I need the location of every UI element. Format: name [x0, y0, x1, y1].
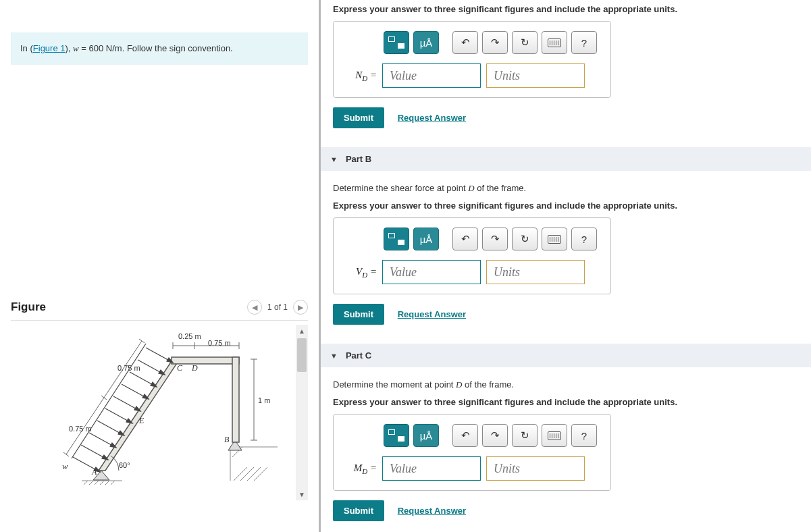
- units-input[interactable]: [486, 260, 585, 284]
- units-input[interactable]: [486, 456, 585, 481]
- units-input[interactable]: [486, 63, 585, 88]
- figure-title: Figure: [11, 300, 46, 314]
- keyboard-icon: [548, 38, 561, 47]
- submit-button[interactable]: Submit: [333, 304, 384, 325]
- part-c-desc: Determine the moment at point D of the f…: [333, 379, 799, 390]
- text: . Follow the sign convention.: [122, 43, 233, 53]
- instructions: Express your answer to three significant…: [333, 397, 799, 407]
- input-row: VD =: [347, 260, 597, 284]
- text: = 600 N/m: [79, 43, 122, 53]
- reset-button[interactable]: ↻: [512, 31, 538, 54]
- answer-box-a: µÅ ↶ ↷ ↻ ? ND =: [333, 21, 611, 98]
- figure-pager: ◀ 1 of 1 ▶: [247, 300, 308, 315]
- part-b-desc: Determine the shear force at point D of …: [333, 183, 799, 194]
- submit-row: Submit Request Answer: [333, 107, 799, 128]
- figure-panel: 0.25 m 0.75 m 0.75 m 0.75 m 1 m 60° w A …: [11, 325, 308, 500]
- reset-button[interactable]: ↻: [512, 228, 538, 250]
- part-c-header[interactable]: ▼ Part C: [321, 344, 811, 367]
- variable-label: MD =: [347, 462, 377, 475]
- answer-toolbar: µÅ ↶ ↷ ↻ ?: [384, 228, 597, 250]
- submit-button[interactable]: Submit: [333, 500, 384, 521]
- special-chars-button[interactable]: µÅ: [413, 31, 439, 54]
- redo-button[interactable]: ↷: [482, 424, 508, 447]
- right-panel: Express your answer to three significant…: [321, 0, 811, 532]
- help-button[interactable]: ?: [571, 228, 597, 250]
- scroll-down-icon[interactable]: ▼: [296, 488, 308, 500]
- undo-button[interactable]: ↶: [452, 424, 478, 447]
- svg-line-12: [89, 481, 93, 485]
- svg-line-13: [95, 481, 99, 485]
- part-b-header[interactable]: ▼ Part B: [321, 147, 811, 171]
- svg-text:0.75 m: 0.75 m: [117, 364, 140, 372]
- reset-button[interactable]: ↻: [512, 424, 538, 447]
- request-answer-link[interactable]: Request Answer: [398, 506, 466, 516]
- undo-button[interactable]: ↶: [452, 228, 478, 250]
- answer-toolbar: µÅ ↶ ↷ ↻ ?: [384, 31, 597, 54]
- scroll-up-icon[interactable]: ▲: [296, 325, 308, 337]
- submit-button[interactable]: Submit: [333, 107, 384, 128]
- templates-button[interactable]: [384, 228, 409, 250]
- answer-toolbar: µÅ ↶ ↷ ↻ ?: [384, 424, 597, 447]
- svg-text:0.75 m: 0.75 m: [208, 339, 231, 347]
- svg-text:E: E: [138, 416, 145, 425]
- part-title: Part C: [346, 350, 371, 361]
- instructions: Express your answer to three significant…: [333, 201, 799, 211]
- request-answer-link[interactable]: Request Answer: [398, 113, 466, 123]
- special-chars-button[interactable]: µÅ: [413, 228, 439, 250]
- svg-text:A: A: [91, 467, 97, 477]
- prev-figure-button[interactable]: ◀: [247, 300, 262, 315]
- request-answer-link[interactable]: Request Answer: [398, 309, 466, 319]
- special-chars-button[interactable]: µÅ: [413, 424, 439, 447]
- templates-button[interactable]: [384, 424, 409, 447]
- var-w: w: [73, 43, 79, 53]
- input-row: MD =: [347, 456, 597, 481]
- value-input[interactable]: [382, 456, 481, 481]
- svg-text:0.25 m: 0.25 m: [178, 332, 201, 340]
- redo-button[interactable]: ↷: [482, 31, 508, 54]
- pager-text: 1 of 1: [267, 302, 288, 312]
- submit-row: Submit Request Answer: [333, 304, 799, 325]
- keyboard-button[interactable]: [542, 424, 567, 447]
- svg-text:B: B: [224, 435, 230, 444]
- value-input[interactable]: [382, 260, 481, 284]
- svg-text:w: w: [62, 461, 68, 471]
- keyboard-icon: [548, 235, 561, 244]
- instructions: Express your answer to three significant…: [333, 4, 799, 14]
- keyboard-icon: [548, 431, 561, 440]
- scroll-thumb[interactable]: [297, 338, 307, 372]
- templates-button[interactable]: [384, 31, 409, 54]
- svg-text:C: C: [177, 363, 183, 373]
- svg-line-14: [100, 481, 104, 485]
- help-button[interactable]: ?: [571, 424, 597, 447]
- figure-header: Figure ◀ 1 of 1 ▶: [11, 300, 308, 321]
- variable-label: ND =: [347, 70, 377, 82]
- page-wrap: In (Figure 1), w = 600 N/m. Follow the s…: [0, 0, 811, 532]
- svg-line-11: [84, 481, 88, 485]
- svg-line-21: [72, 344, 146, 458]
- svg-text:0.75 m: 0.75 m: [69, 425, 92, 433]
- svg-text:D: D: [191, 363, 198, 373]
- text: ),: [66, 43, 74, 53]
- left-panel: In (Figure 1), w = 600 N/m. Follow the s…: [0, 0, 321, 532]
- svg-line-52: [63, 452, 69, 456]
- help-button[interactable]: ?: [571, 31, 597, 54]
- svg-line-15: [105, 481, 109, 485]
- svg-line-53: [101, 396, 107, 400]
- next-figure-button[interactable]: ▶: [293, 300, 308, 315]
- collapse-icon: ▼: [330, 352, 338, 360]
- keyboard-button[interactable]: [542, 228, 567, 250]
- value-input[interactable]: [382, 63, 481, 88]
- text: In (: [20, 43, 33, 53]
- undo-button[interactable]: ↶: [452, 31, 478, 54]
- svg-text:60°: 60°: [119, 461, 130, 469]
- figure-link[interactable]: Figure 1: [33, 43, 66, 53]
- figure-scrollbar[interactable]: ▲ ▼: [296, 325, 308, 500]
- submit-row: Submit Request Answer: [333, 500, 799, 521]
- redo-button[interactable]: ↷: [482, 228, 508, 250]
- collapse-icon: ▼: [330, 155, 338, 163]
- problem-statement: In (Figure 1), w = 600 N/m. Follow the s…: [11, 32, 308, 65]
- answer-box-b: µÅ ↶ ↷ ↻ ? VD =: [333, 217, 611, 294]
- answer-box-c: µÅ ↶ ↷ ↻ ? MD =: [333, 414, 611, 491]
- keyboard-button[interactable]: [542, 31, 567, 54]
- svg-marker-18: [99, 361, 178, 471]
